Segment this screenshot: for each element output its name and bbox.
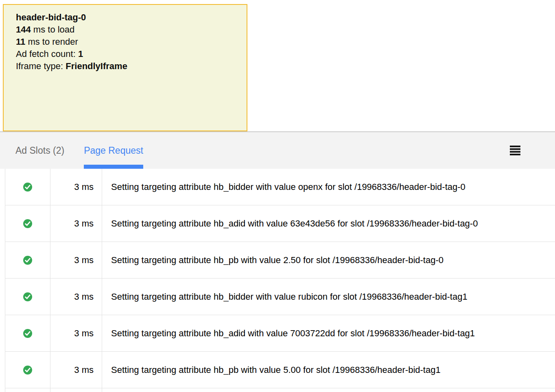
slot-iframe-type-line: Iframe type: FriendlyIframe — [16, 60, 234, 72]
check-circle-icon — [23, 255, 33, 265]
slot-title-text: header-bid-tag-0 — [16, 12, 86, 22]
slot-render-time-value: 11 — [16, 37, 25, 47]
list-icon — [510, 146, 520, 155]
log-message: Setting targeting attribute hb_pb with v… — [102, 242, 555, 278]
slot-load-time-value: 144 — [16, 24, 31, 35]
tab-ad-slots[interactable]: Ad Slots (2) — [15, 132, 64, 169]
status-cell — [5, 388, 50, 392]
log-row: 3 ms Setting targeting attribute hb_pb w… — [5, 242, 555, 279]
check-circle-icon — [23, 219, 33, 229]
log-row-partial — [5, 388, 555, 392]
tab-bar: Ad Slots (2) Page Request — [0, 131, 555, 169]
slot-iframe-type-label: Iframe type: — [16, 61, 66, 71]
log-message: Setting targeting attribute hb_bidder wi… — [102, 169, 555, 205]
status-cell — [5, 169, 50, 205]
slot-fetch-count-line: Ad fetch count: 1 — [16, 48, 234, 60]
log-row: 3 ms Setting targeting attribute hb_adid… — [5, 205, 555, 242]
tab-page-request[interactable]: Page Request — [84, 132, 143, 169]
status-cell — [5, 279, 50, 315]
slot-fetch-count-value: 1 — [78, 49, 83, 59]
status-cell — [5, 315, 50, 351]
check-circle-icon — [23, 182, 33, 192]
log-row: 3 ms Setting targeting attribute hb_bidd… — [5, 279, 555, 315]
log-row: 3 ms Setting targeting attribute hb_adid… — [5, 315, 555, 352]
log-time: 3 ms — [50, 315, 102, 351]
log-row: 3 ms Setting targeting attribute hb_pb w… — [5, 352, 555, 388]
check-circle-icon — [23, 365, 33, 375]
log-message: Setting targeting attribute hb_pb with v… — [102, 352, 555, 388]
log-message: Setting targeting attribute hb_adid with… — [102, 315, 555, 351]
slot-iframe-type-value: FriendlyIframe — [66, 61, 127, 71]
log-table: 3 ms Setting targeting attribute hb_bidd… — [5, 169, 555, 392]
console-menu-button[interactable] — [510, 146, 520, 155]
slot-load-time-line: 144 ms to load — [16, 24, 234, 36]
log-message: Setting targeting attribute hb_adid with… — [102, 205, 555, 242]
log-time: 3 ms — [50, 352, 102, 388]
slot-load-time-label: ms to load — [31, 24, 75, 35]
slot-title: header-bid-tag-0 — [16, 11, 234, 24]
log-time: 3 ms — [50, 169, 102, 205]
log-time — [50, 388, 102, 392]
log-row: 3 ms Setting targeting attribute hb_bidd… — [5, 169, 555, 205]
slot-info-card: header-bid-tag-0 144 ms to load 11 ms to… — [3, 4, 247, 131]
log-time: 3 ms — [50, 205, 102, 242]
slot-render-time-line: 11 ms to render — [16, 36, 234, 48]
slot-render-time-label: ms to render — [25, 37, 78, 47]
check-circle-icon — [23, 329, 33, 338]
status-cell — [5, 205, 50, 242]
slot-fetch-count-label: Ad fetch count: — [16, 49, 78, 59]
status-cell — [5, 352, 50, 388]
status-cell — [5, 242, 50, 278]
check-circle-icon — [23, 292, 33, 302]
log-message: Setting targeting attribute hb_bidder wi… — [102, 279, 555, 315]
log-time: 3 ms — [50, 242, 102, 278]
log-message — [102, 388, 555, 392]
log-time: 3 ms — [50, 279, 102, 315]
